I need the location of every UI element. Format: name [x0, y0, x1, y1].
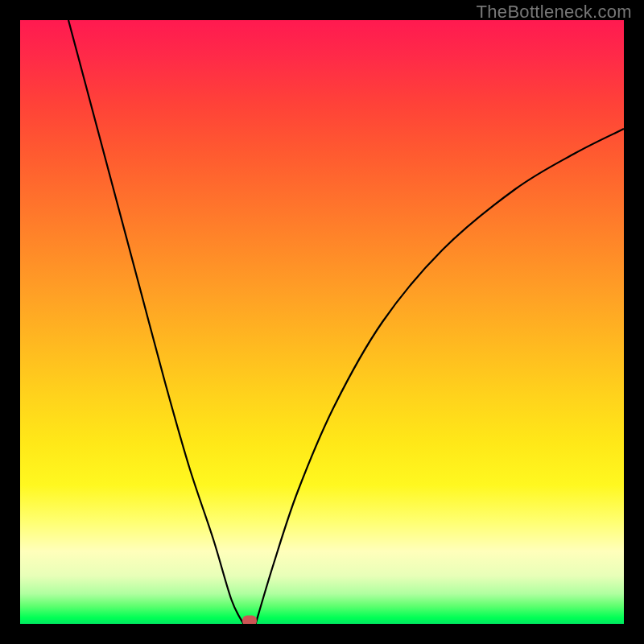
plot-area: [20, 20, 624, 624]
minimum-marker: [242, 616, 257, 624]
right-branch-curve: [256, 129, 625, 624]
chart-container: TheBottleneck.com: [0, 0, 644, 644]
left-branch-curve: [68, 20, 244, 624]
curve-svg: [20, 20, 624, 624]
